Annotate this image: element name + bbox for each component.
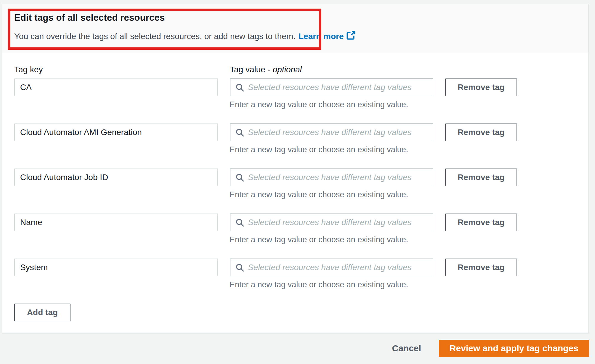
tag-value-combo[interactable] bbox=[230, 214, 433, 231]
tag-value-input[interactable] bbox=[248, 173, 429, 182]
tag-rows: Remove tag Enter a new tag value or choo… bbox=[14, 78, 588, 290]
remove-tag-button[interactable]: Remove tag bbox=[445, 169, 517, 186]
panel-header: Edit tags of all selected resources You … bbox=[2, 4, 588, 53]
page-description-text: You can override the tags of all selecte… bbox=[14, 32, 296, 41]
tag-value-input[interactable] bbox=[248, 83, 429, 92]
search-icon bbox=[235, 263, 244, 272]
search-icon bbox=[235, 218, 244, 227]
search-icon bbox=[235, 173, 244, 182]
tag-value-combo[interactable] bbox=[230, 124, 433, 141]
tag-value-combo[interactable] bbox=[230, 169, 433, 186]
edit-tags-panel: Edit tags of all selected resources You … bbox=[2, 4, 589, 333]
tag-key-column-label: Tag key bbox=[14, 65, 230, 75]
tag-row: Remove tag Enter a new tag value or choo… bbox=[14, 124, 521, 155]
page-title: Edit tags of all selected resources bbox=[14, 12, 165, 23]
footer-actions: Cancel Review and apply tag changes bbox=[0, 340, 595, 357]
tag-row: Remove tag Enter a new tag value or choo… bbox=[14, 169, 521, 200]
optional-hint: - optional bbox=[268, 65, 302, 74]
search-icon bbox=[235, 128, 244, 137]
add-tag-button[interactable]: Add tag bbox=[14, 304, 70, 321]
tag-value-combo[interactable] bbox=[230, 259, 433, 276]
tag-row: Remove tag Enter a new tag value or choo… bbox=[14, 259, 521, 290]
page-description: You can override the tags of all selecte… bbox=[14, 31, 355, 42]
tag-value-helper-text: Enter a new tag value or choose an exist… bbox=[230, 235, 521, 245]
tag-value-input[interactable] bbox=[248, 218, 429, 227]
tag-key-input[interactable] bbox=[14, 78, 218, 96]
remove-tag-button[interactable]: Remove tag bbox=[445, 78, 517, 96]
tag-value-helper-text: Enter a new tag value or choose an exist… bbox=[230, 280, 521, 290]
tags-form: Tag key Tag value - optional Remove tag … bbox=[2, 53, 588, 321]
search-icon bbox=[235, 83, 244, 92]
tag-key-input[interactable] bbox=[14, 169, 218, 186]
tag-value-input[interactable] bbox=[248, 128, 429, 137]
remove-tag-button[interactable]: Remove tag bbox=[445, 259, 517, 276]
tag-key-input[interactable] bbox=[14, 259, 218, 276]
review-apply-button[interactable]: Review and apply tag changes bbox=[439, 340, 589, 357]
tag-value-column-label: Tag value - optional bbox=[230, 65, 302, 75]
learn-more-link[interactable]: Learn more bbox=[299, 31, 356, 42]
tag-key-input[interactable] bbox=[14, 214, 218, 231]
tag-value-helper-text: Enter a new tag value or choose an exist… bbox=[230, 190, 521, 200]
tag-value-helper-text: Enter a new tag value or choose an exist… bbox=[230, 145, 521, 155]
tag-value-combo[interactable] bbox=[230, 78, 433, 96]
tag-value-input[interactable] bbox=[248, 263, 429, 272]
tag-row: Remove tag Enter a new tag value or choo… bbox=[14, 214, 521, 245]
cancel-button[interactable]: Cancel bbox=[392, 343, 421, 353]
tag-value-helper-text: Enter a new tag value or choose an exist… bbox=[230, 100, 521, 110]
column-labels: Tag key Tag value - optional bbox=[14, 65, 588, 75]
remove-tag-button[interactable]: Remove tag bbox=[445, 214, 517, 231]
remove-tag-button[interactable]: Remove tag bbox=[445, 124, 517, 141]
tag-key-input[interactable] bbox=[14, 124, 218, 141]
tag-row: Remove tag Enter a new tag value or choo… bbox=[14, 78, 521, 110]
external-link-icon bbox=[346, 31, 355, 42]
